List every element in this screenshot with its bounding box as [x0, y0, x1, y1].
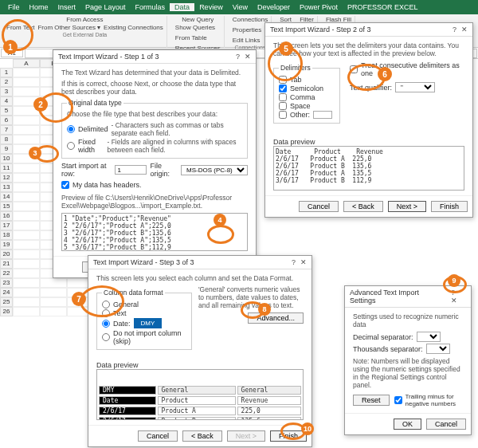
row-9[interactable]: 9 [0, 144, 13, 154]
row-8[interactable]: 8 [0, 135, 13, 144]
tab-home[interactable]: Home [25, 3, 53, 11]
row-13[interactable]: 13 [0, 183, 13, 192]
callout-9: 9 [443, 276, 467, 293]
row-17[interactable]: 17 [0, 221, 13, 230]
step2-back-button[interactable]: < Back [343, 201, 383, 212]
row-16[interactable]: 16 [0, 211, 13, 221]
tab-formulas[interactable]: Formulas [131, 3, 170, 11]
tab-data[interactable]: Data [170, 3, 194, 11]
text-qualifier-select[interactable]: " [395, 82, 435, 92]
skip-radio[interactable] [102, 333, 110, 341]
fixed-label: Fixed width [78, 138, 104, 154]
help-icon[interactable]: ? [292, 258, 296, 266]
connections-button[interactable]: Connections [233, 16, 268, 23]
col-a[interactable]: A [13, 59, 40, 68]
help-icon[interactable]: ? [453, 26, 456, 33]
close-icon[interactable]: ✕ [451, 297, 457, 305]
step3-cancel-button[interactable]: Cancel [138, 430, 178, 442]
step1-hint1: The Text Wizard has determined that your… [61, 69, 248, 77]
show-queries-button[interactable]: Show Queries [175, 24, 215, 31]
adv-cancel-button[interactable]: Cancel [426, 419, 466, 430]
row-26[interactable]: 26 [0, 307, 13, 316]
file-origin-label: File origin: [150, 162, 178, 178]
row-4[interactable]: 4 [0, 96, 13, 106]
row-10[interactable]: 10 [0, 154, 13, 163]
tab-review[interactable]: Review [194, 3, 228, 11]
tab-powerpivot[interactable]: Power Pivot [295, 3, 343, 11]
row-22[interactable]: 22 [0, 269, 13, 278]
date-format-select[interactable]: DMY [134, 318, 163, 328]
dialog-step2-title: Text Import Wizard - Step 2 of 3 [270, 26, 371, 33]
row-18[interactable]: 18 [0, 230, 13, 240]
row-11[interactable]: 11 [0, 163, 13, 173]
from-table-button[interactable]: From Table [175, 34, 207, 41]
semicolon-label: Semicolon [290, 84, 323, 92]
help-icon[interactable]: ? [236, 53, 240, 61]
other-checkbox[interactable] [279, 111, 287, 119]
row-24[interactable]: 24 [0, 288, 13, 297]
step2-finish-button[interactable]: Finish [431, 201, 468, 212]
tab-view[interactable]: View [228, 3, 253, 11]
delimited-radio[interactable] [67, 125, 75, 133]
row-headers: 1234567891011121314151617181920212223242… [0, 68, 13, 316]
new-query-button[interactable]: New Query [182, 16, 214, 23]
tab-professor[interactable]: PROFESSOR EXCEL [343, 3, 423, 11]
dialog-step1-title: Text Import Wizard - Step 1 of 3 [58, 53, 159, 61]
callout-5: 5 [268, 46, 303, 81]
original-data-type-group: Original data type Choose the file type … [61, 99, 248, 159]
comma-checkbox[interactable] [279, 93, 287, 101]
row-3[interactable]: 3 [0, 87, 13, 96]
from-access-button[interactable]: From Access [66, 16, 103, 23]
row-5[interactable]: 5 [0, 106, 13, 116]
decimal-select[interactable] [417, 332, 441, 342]
callout-6: 6 [347, 64, 386, 91]
semicolon-checkbox[interactable] [279, 84, 287, 92]
step2-next-button[interactable]: Next > [388, 201, 426, 212]
row-15[interactable]: 15 [0, 202, 13, 211]
row-6[interactable]: 6 [0, 116, 13, 125]
adv-ok-button[interactable]: OK [394, 419, 421, 430]
row-12[interactable]: 12 [0, 173, 13, 183]
skip-label: Do not import column (skip) [113, 329, 186, 345]
row-2[interactable]: 2 [0, 77, 13, 87]
row-19[interactable]: 19 [0, 240, 13, 250]
close-icon[interactable]: ✕ [461, 26, 468, 33]
step3-back-button[interactable]: < Back [182, 430, 222, 442]
reset-button[interactable]: Reset [353, 395, 390, 406]
row-14[interactable]: 14 [0, 192, 13, 202]
close-icon[interactable]: ✕ [245, 53, 251, 61]
row-20[interactable]: 20 [0, 250, 13, 259]
date-radio[interactable] [102, 320, 110, 328]
start-row-input[interactable] [115, 165, 147, 175]
step3-dp-label: Data preview [96, 361, 304, 369]
thousands-select[interactable] [426, 344, 450, 354]
dialog-step3: Text Import Wizard - Step 3 of 3 ?✕ This… [88, 255, 312, 447]
row-23[interactable]: 23 [0, 278, 13, 288]
step2-dp-label: Data preview [273, 138, 464, 146]
tab-pagelayout[interactable]: Page Layout [80, 3, 131, 11]
tab-insert[interactable]: Insert [53, 3, 81, 11]
preview-path: Preview of file C:\Users\Henrik\OneDrive… [61, 194, 248, 210]
other-input[interactable] [313, 111, 332, 119]
row-25[interactable]: 25 [0, 297, 13, 307]
space-label: Space [290, 102, 311, 110]
tab-file[interactable]: File [3, 3, 25, 11]
edit-links-button[interactable]: Edit Links [233, 37, 261, 44]
step2-cancel-button[interactable]: Cancel [299, 201, 339, 212]
space-checkbox[interactable] [279, 102, 287, 110]
trailing-minus-checkbox[interactable] [394, 396, 402, 404]
from-other-button[interactable]: From Other Sources ▾ [37, 24, 100, 31]
callout-8: 8 [241, 301, 264, 319]
existing-conn-button[interactable]: Existing Connections [104, 24, 163, 31]
decimal-label: Decimal separator: [353, 333, 413, 341]
row-7[interactable]: 7 [0, 125, 13, 135]
step3-next-button: Next > [227, 430, 265, 442]
headers-checkbox[interactable] [61, 181, 69, 189]
row-21[interactable]: 21 [0, 259, 13, 269]
row-1[interactable]: 1 [0, 68, 13, 77]
close-icon[interactable]: ✕ [300, 258, 307, 266]
fixed-width-radio[interactable] [67, 142, 75, 150]
tab-developer[interactable]: Developer [253, 3, 295, 11]
properties-button[interactable]: Properties [233, 26, 261, 33]
file-origin-select[interactable]: MS-DOS (PC-8) [181, 165, 248, 175]
